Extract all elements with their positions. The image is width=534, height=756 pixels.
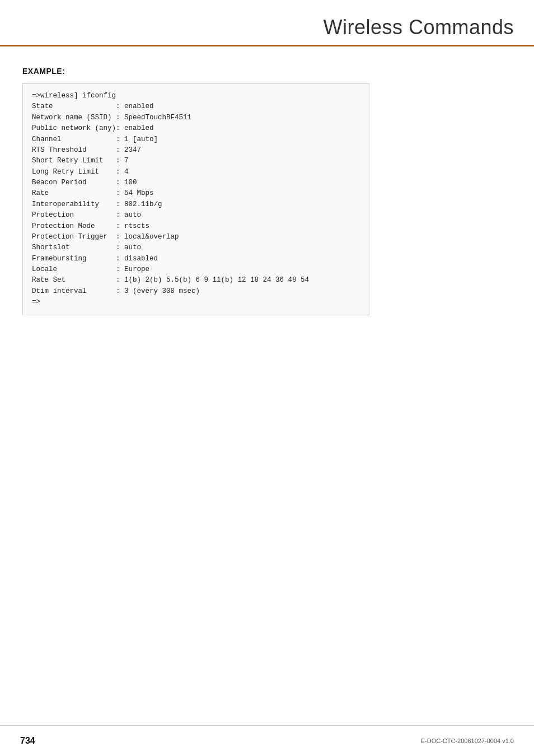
code-line: Protection Mode : rtscts xyxy=(32,221,360,232)
page-content: EXAMPLE: =>wireless] ifconfigState : ena… xyxy=(0,46,534,338)
code-line: Rate Set : 1(b) 2(b) 5.5(b) 6 9 11(b) 12… xyxy=(32,275,360,286)
code-line: Network name (SSID) : SpeedTouchBF4511 xyxy=(32,113,360,123)
code-line: Long Retry Limit : 4 xyxy=(32,167,360,178)
code-line: Locale : Europe xyxy=(32,264,360,275)
code-line: Rate : 54 Mbps xyxy=(32,188,360,199)
footer-page-number: 734 xyxy=(20,736,35,746)
code-line: Public network (any): enabled xyxy=(32,123,360,134)
example-label: EXAMPLE: xyxy=(22,67,512,76)
code-line: Protection : auto xyxy=(32,210,360,221)
code-line: Interoperability : 802.11b/g xyxy=(32,199,360,210)
code-line: Dtim interval : 3 (every 300 msec) xyxy=(32,286,360,297)
code-block: =>wireless] ifconfigState : enabledNetwo… xyxy=(22,83,369,315)
code-line: =>wireless] ifconfig xyxy=(32,91,360,101)
code-line: Shortslot : auto xyxy=(32,242,360,253)
code-line: => xyxy=(32,297,360,307)
code-line: Beacon Period : 100 xyxy=(32,178,360,188)
footer-doc-id: E-DOC-CTC-20061027-0004 v1.0 xyxy=(421,738,514,744)
code-line: Framebursting : disabled xyxy=(32,254,360,264)
code-line: State : enabled xyxy=(32,101,360,112)
page-header: Wireless Commands xyxy=(0,0,534,39)
page-footer: 734 E-DOC-CTC-20061027-0004 v1.0 xyxy=(0,725,534,756)
code-line: Channel : 1 [auto] xyxy=(32,134,360,145)
code-line: RTS Threshold : 2347 xyxy=(32,145,360,156)
code-line: Protection Trigger : local&overlap xyxy=(32,232,360,242)
page-title: Wireless Commands xyxy=(323,16,514,39)
code-line: Short Retry Limit : 7 xyxy=(32,156,360,166)
